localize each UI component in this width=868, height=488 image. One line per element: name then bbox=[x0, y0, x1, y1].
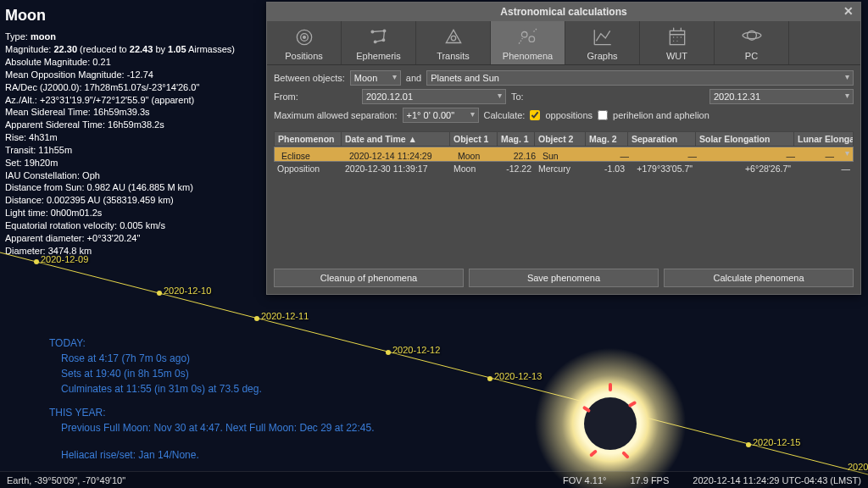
between-label: Between objects: bbox=[274, 73, 345, 83]
tab-wut[interactable]: WUT bbox=[640, 21, 715, 64]
svg-point-2 bbox=[303, 36, 305, 39]
object-b-select[interactable]: Planets and Sun bbox=[426, 70, 854, 86]
status-fps: 17.9 FPS bbox=[630, 475, 669, 485]
transits-icon bbox=[441, 26, 466, 48]
track-node bbox=[34, 259, 39, 264]
table-row[interactable]: Eclipse 2020-12-14 11:24:29 Moon 22.16 S… bbox=[274, 147, 854, 162]
track-label: 2020-12-15 bbox=[753, 437, 800, 447]
col-mag2[interactable]: Mag. 2 bbox=[586, 131, 628, 147]
graphs-icon bbox=[590, 26, 615, 48]
tab-positions[interactable]: Positions bbox=[267, 21, 342, 64]
svg-point-12 bbox=[743, 32, 761, 39]
tab-pc[interactable]: PC bbox=[715, 21, 789, 64]
tab-transits[interactable]: Transits bbox=[416, 21, 491, 64]
tab-ephemeris[interactable]: Ephemeris bbox=[342, 21, 416, 64]
track-label: 2020-12-10 bbox=[164, 286, 211, 296]
track-label: 2020-12-11 bbox=[261, 311, 309, 321]
col-separation[interactable]: Separation bbox=[628, 131, 696, 147]
col-phenomenon[interactable]: Phenomenon bbox=[274, 131, 342, 147]
track-node bbox=[746, 442, 751, 447]
phenomena-icon bbox=[515, 26, 541, 48]
oppositions-checkbox[interactable] bbox=[530, 110, 540, 120]
save-button[interactable]: Save phenomena bbox=[469, 269, 659, 287]
eclipse-render bbox=[526, 339, 695, 488]
dialog-title[interactable]: Astronomical calculations ✕ bbox=[267, 3, 860, 21]
calculate-button[interactable]: Calculate phenomena bbox=[664, 269, 854, 287]
phenomena-table: Phenomenon Date and Time ▲ Object 1 Mag.… bbox=[274, 131, 854, 260]
maxsep-label: Maximum allowed separation: bbox=[274, 110, 398, 120]
to-label: To: bbox=[511, 92, 524, 102]
today-info: TODAY: Rose at 4:17 (7h 7m 0s ago) Sets … bbox=[49, 336, 375, 463]
svg-point-9 bbox=[529, 36, 535, 42]
from-date-input[interactable]: 2020.12.01 bbox=[362, 89, 506, 104]
status-time: 2020-12-14 11:24:29 UTC-04:43 (LMST) bbox=[693, 475, 861, 485]
track-label: 2020-12-09 bbox=[41, 254, 88, 264]
tab-bar: Positions Ephemeris Transits Phenomena G… bbox=[267, 21, 860, 65]
positions-icon bbox=[292, 26, 317, 48]
status-bar: Earth, -39°50'09", -70°49'10" FOV 4.11° … bbox=[0, 471, 868, 488]
track-node bbox=[157, 291, 162, 296]
track-node bbox=[254, 316, 259, 321]
tab-phenomena[interactable]: Phenomena bbox=[491, 21, 565, 64]
col-object2[interactable]: Object 2 bbox=[535, 131, 586, 147]
col-object1[interactable]: Object 1 bbox=[450, 131, 498, 147]
pc-icon bbox=[739, 26, 765, 48]
perihelion-checkbox[interactable] bbox=[598, 110, 608, 120]
track-label: 2020-12-13 bbox=[494, 371, 542, 381]
svg-point-8 bbox=[521, 32, 527, 38]
to-date-input[interactable]: 2020.12.31 bbox=[709, 89, 854, 104]
object-title: Moon bbox=[5, 5, 235, 25]
svg-point-7 bbox=[451, 36, 455, 40]
object-a-select[interactable]: Moon bbox=[350, 70, 401, 86]
object-info-panel: Moon Type: moon Magnitude: 22.30 (reduce… bbox=[5, 5, 235, 257]
status-fov: FOV 4.11° bbox=[563, 475, 606, 485]
from-label: From: bbox=[274, 92, 357, 102]
table-row[interactable]: Opposition 2020-12-30 11:39:17 Moon -12.… bbox=[274, 162, 854, 175]
track-label: 2020-1 bbox=[609, 401, 637, 411]
col-datetime[interactable]: Date and Time ▲ bbox=[342, 131, 450, 147]
track-label: 2020-12-12 bbox=[392, 345, 440, 355]
track-node bbox=[386, 350, 391, 355]
ephemeris-icon bbox=[366, 26, 392, 48]
close-icon[interactable]: ✕ bbox=[842, 4, 855, 18]
col-solar-elong[interactable]: Solar Elongation bbox=[696, 131, 794, 147]
track-node bbox=[487, 376, 492, 381]
cleanup-button[interactable]: Cleanup of phenomena bbox=[274, 269, 464, 287]
col-lunar-elong[interactable]: Lunar Elongation bbox=[794, 131, 854, 147]
maxsep-input[interactable]: +1° 0' 0.00" bbox=[403, 108, 479, 123]
wut-icon bbox=[665, 26, 690, 48]
tab-graphs[interactable]: Graphs bbox=[565, 21, 640, 64]
track-node bbox=[602, 406, 607, 411]
status-location: Earth, -39°50'09", -70°49'10" bbox=[7, 475, 125, 485]
col-mag1[interactable]: Mag. 1 bbox=[498, 131, 535, 147]
calculate-label: Calculate: bbox=[484, 110, 526, 120]
astrocalc-dialog: Astronomical calculations ✕ Positions Ep… bbox=[266, 2, 861, 295]
